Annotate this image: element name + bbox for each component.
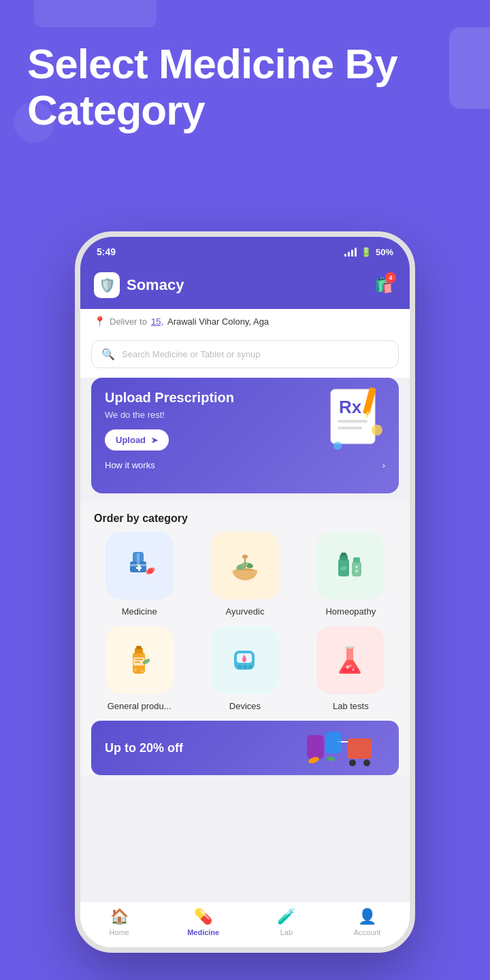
lab-label: Lab tests (333, 701, 369, 711)
general-icon-wrap (105, 626, 174, 694)
upload-button[interactable]: Upload ➤ (105, 429, 169, 451)
svg-point-45 (352, 668, 355, 671)
categories-title: Order by category (80, 503, 410, 532)
status-right: 🔋 50% (344, 247, 393, 257)
ayurvedic-label: Ayurvedic (226, 606, 265, 617)
svg-rect-47 (345, 647, 355, 649)
battery-percent: 50% (376, 247, 393, 257)
svg-point-50 (363, 760, 370, 766)
battery-icon: 🔋 (361, 247, 372, 257)
svg-point-38 (141, 670, 144, 672)
svg-point-21 (242, 555, 248, 559)
prescription-banner: Upload Prescription We do the rest! Uplo… (91, 378, 399, 493)
category-devices[interactable]: Devices (197, 626, 293, 711)
category-general[interactable]: General produ... (91, 626, 187, 711)
svg-point-29 (355, 570, 358, 572)
promo-text: Up to 20% off (105, 741, 183, 755)
lab-nav-icon: 🧪 (277, 908, 295, 926)
category-homeopathy[interactable]: Homeopathy (303, 532, 399, 617)
svg-point-49 (349, 760, 356, 766)
medicine-label: Medicine (122, 606, 157, 617)
phone-mockup: 5:49 🔋 50% 🛡️ Somacy 🛍️ 4 (75, 231, 415, 953)
delivery-address-bar: 📍 Deliver to 15, Arawali Vihar Colony, A… (80, 309, 410, 333)
nav-medicine[interactable]: 💊 Medicine (187, 908, 219, 936)
svg-point-41 (238, 665, 242, 669)
categories-grid: Medicine (80, 532, 410, 721)
svg-rect-3 (338, 427, 362, 429)
search-box[interactable]: 🔍 Search Medicine or Tablet or synup (91, 340, 399, 368)
status-bar: 5:49 🔋 50% (80, 237, 410, 267)
svg-point-7 (333, 442, 342, 450)
cart-button[interactable]: 🛍️ 4 (370, 272, 396, 298)
medicine-icon-wrap (105, 532, 174, 600)
hero-section: Select Medicine By Category (27, 41, 463, 133)
how-it-works-link[interactable]: How it works › (105, 460, 385, 470)
nav-home[interactable]: 🏠 Home (110, 908, 129, 936)
logo-icon: 🛡️ (94, 272, 120, 298)
svg-point-46 (350, 665, 352, 667)
svg-point-6 (372, 425, 382, 436)
nav-account-label: Account (354, 928, 381, 936)
cart-badge: 4 (385, 272, 396, 283)
ayurvedic-icon-wrap (211, 532, 279, 600)
svg-rect-32 (136, 646, 142, 649)
nav-medicine-label: Medicine (187, 928, 219, 936)
app-name: Somacy (127, 276, 184, 294)
phone-screen: 5:49 🔋 50% 🛡️ Somacy 🛍️ 4 (80, 237, 410, 947)
svg-rect-48 (348, 738, 372, 759)
home-icon: 🏠 (110, 908, 129, 926)
svg-point-37 (134, 668, 137, 671)
promo-image (290, 724, 385, 772)
how-it-works-label: How it works (105, 460, 155, 470)
nav-lab-label: Lab (280, 928, 293, 936)
devices-icon-wrap (211, 626, 279, 694)
medicine-nav-icon: 💊 (194, 908, 212, 926)
content-area: Order by category (80, 503, 410, 775)
deliver-label: Deliver to (110, 316, 147, 327)
svg-point-28 (355, 566, 358, 568)
nav-home-label: Home (110, 928, 129, 936)
nav-lab[interactable]: 🧪 Lab (277, 908, 295, 936)
status-time: 5:49 (97, 246, 116, 257)
category-medicine[interactable]: Medicine (91, 532, 187, 617)
account-nav-icon: 👤 (358, 908, 376, 926)
promo-banner[interactable]: Up to 20% off (91, 721, 399, 775)
arrow-icon: ➤ (151, 436, 158, 445)
deliver-underline[interactable]: 15, (151, 316, 163, 327)
svg-rect-11 (137, 553, 140, 566)
devices-label: Devices (229, 701, 261, 711)
lab-icon-wrap (316, 626, 385, 694)
app-logo: 🛡️ Somacy (94, 272, 184, 298)
top-navigation: 🛡️ Somacy 🛍️ 4 (80, 267, 410, 309)
bottom-navigation: 🏠 Home 💊 Medicine 🧪 Lab 👤 Account (80, 901, 410, 947)
svg-rect-13 (138, 565, 140, 571)
svg-point-43 (248, 665, 252, 669)
homeopathy-icon-wrap (316, 532, 385, 600)
rx-illustration: Rx (324, 386, 389, 454)
search-icon: 🔍 (101, 348, 115, 361)
svg-rect-52 (326, 732, 341, 753)
svg-text:Rx: Rx (339, 397, 362, 417)
deliver-address: Arawali Vihar Colony, Aga (167, 316, 269, 327)
svg-rect-27 (353, 557, 360, 563)
upload-label: Upload (116, 435, 146, 445)
search-section: 🔍 Search Medicine or Tablet or synup (80, 333, 410, 378)
svg-rect-2 (338, 420, 368, 423)
search-input[interactable]: Search Medicine or Tablet or synup (122, 349, 261, 359)
hero-title: Select Medicine By Category (27, 41, 463, 133)
homeopathy-label: Homeopathy (325, 606, 376, 617)
nav-account[interactable]: 👤 Account (354, 908, 381, 936)
category-ayurvedic[interactable]: Ayurvedic (197, 532, 293, 617)
general-label: General produ... (108, 701, 172, 711)
chevron-right-icon: › (382, 460, 385, 470)
svg-rect-24 (341, 553, 346, 556)
svg-point-44 (346, 666, 350, 669)
svg-rect-35 (135, 662, 140, 663)
category-lab[interactable]: Lab tests (303, 626, 399, 711)
svg-rect-34 (135, 659, 143, 660)
svg-rect-51 (307, 735, 324, 759)
svg-point-54 (327, 756, 336, 762)
signal-icon (344, 247, 357, 257)
pin-icon: 📍 (94, 316, 105, 327)
svg-rect-26 (352, 561, 361, 576)
